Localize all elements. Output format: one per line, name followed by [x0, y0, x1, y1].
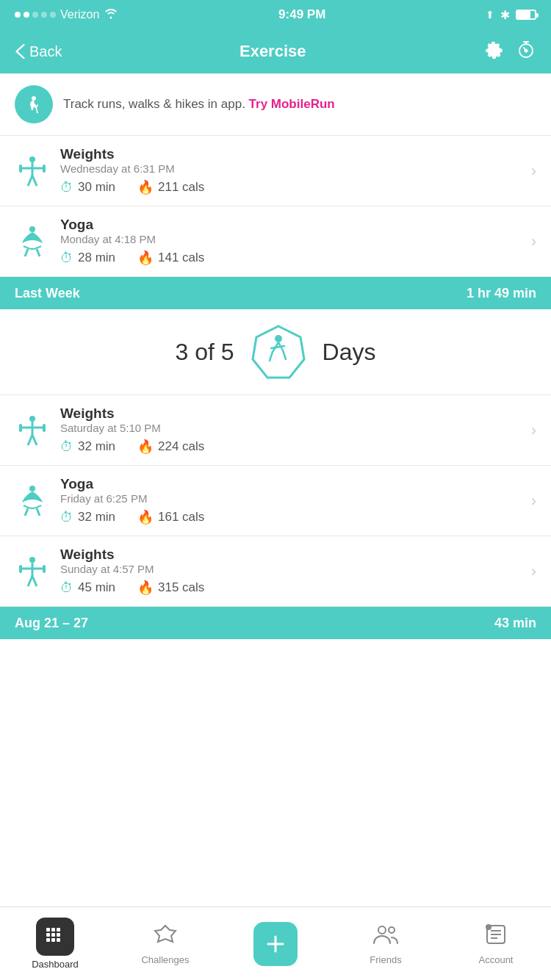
exercise-stats-weights-3: ⏱ 45 min 🔥 315 cals [60, 580, 536, 596]
bluetooth-icon: ✱ [500, 8, 510, 22]
exercise-stats-yoga-2: ⏱ 32 min 🔥 161 cals [60, 509, 536, 525]
svg-marker-13 [253, 326, 304, 378]
nav-item-dashboard[interactable]: Dashboard [0, 907, 110, 980]
goal-section: 3 of 5 Days [0, 309, 551, 395]
duration-stat-yoga-1: ⏱ 28 min [60, 251, 115, 266]
settings-icon[interactable] [483, 39, 504, 64]
exercise-name-weights-2: Weights [60, 406, 536, 422]
yoga-icon-2 [15, 483, 50, 519]
clock-icon-1: ⏱ [60, 180, 73, 195]
svg-point-14 [275, 335, 282, 342]
svg-point-2 [32, 96, 36, 101]
svg-line-28 [28, 576, 32, 586]
nav-bar: Back Exercise [0, 29, 551, 73]
exercise-info-weights-3: Weights Sunday at 4:57 PM ⏱ 45 min 🔥 315… [60, 547, 536, 596]
nav-item-challenges[interactable]: Challenges [110, 907, 220, 980]
exercise-item-yoga-2[interactable]: Yoga Friday at 6:25 PM ⏱ 32 min 🔥 161 ca… [0, 466, 551, 536]
svg-marker-41 [155, 926, 176, 942]
clock-icon-y2: ⏱ [60, 510, 73, 525]
exercise-when-weights-3: Sunday at 4:57 PM [60, 563, 536, 575]
svg-rect-37 [57, 933, 60, 937]
exercise-when-weights-1: Wednesday at 6:31 PM [60, 162, 536, 175]
stopwatch-icon[interactable] [516, 39, 536, 64]
svg-rect-39 [51, 938, 55, 942]
content-area: Track runs, walks & hikes in app. Try Mo… [0, 73, 551, 639]
add-icon [253, 922, 298, 966]
aug-section-header: Aug 21 – 27 43 min [0, 607, 551, 639]
svg-line-29 [32, 576, 37, 586]
carrier-label: Verizon [60, 8, 99, 21]
status-bar: Verizon 9:49 PM ⬆ ✱ [0, 0, 551, 29]
svg-point-10 [29, 226, 35, 232]
exercise-stats-weights-2: ⏱ 32 min 🔥 224 cals [60, 439, 536, 455]
chevron-right-y2: › [531, 491, 536, 511]
last-week-label: Last Week [15, 286, 80, 301]
nav-item-account[interactable]: Account [441, 907, 551, 980]
exercise-name-weights-1: Weights [60, 146, 536, 162]
svg-line-23 [25, 508, 28, 516]
calories-stat-yoga-1: 🔥 141 cals [137, 250, 204, 266]
exercise-info-yoga-1: Yoga Monday at 4:18 PM ⏱ 28 min 🔥 141 ca… [60, 217, 536, 266]
status-right: ⬆ ✱ [486, 8, 536, 22]
svg-point-15 [29, 416, 35, 422]
bottom-nav: Dashboard Challenges Friends [0, 907, 551, 980]
dot-4 [41, 12, 47, 18]
exercise-item-weights-2[interactable]: Weights Saturday at 5:10 PM ⏱ 32 min 🔥 2… [0, 395, 551, 466]
dashboard-icon [36, 918, 74, 956]
goal-achieved: 3 of 5 [176, 339, 234, 366]
dot-3 [32, 12, 38, 18]
exercise-stats-yoga-1: ⏱ 28 min 🔥 141 cals [60, 250, 536, 266]
svg-line-12 [37, 249, 40, 256]
svg-line-11 [25, 249, 28, 256]
svg-point-44 [378, 926, 386, 934]
battery-icon [516, 10, 536, 20]
fire-icon-yoga-1: 🔥 [137, 250, 154, 266]
exercise-item-weights-3[interactable]: Weights Sunday at 4:57 PM ⏱ 45 min 🔥 315… [0, 536, 551, 607]
svg-point-3 [29, 156, 35, 162]
svg-line-18 [28, 435, 32, 445]
status-time: 9:49 PM [278, 7, 325, 22]
dot-5 [50, 12, 56, 18]
weights-icon-2 [15, 413, 50, 448]
back-button[interactable]: Back [15, 43, 62, 60]
back-label: Back [29, 43, 62, 60]
page-title: Exercise [240, 42, 306, 61]
chevron-right-yoga-1: › [531, 232, 536, 251]
goal-days: Days [323, 339, 376, 366]
clock-icon-yoga-1: ⏱ [60, 251, 73, 266]
svg-line-19 [32, 435, 37, 445]
svg-line-7 [32, 176, 37, 186]
exercise-item-weights-1[interactable]: Weights Wednesday at 6:31 PM ⏱ 30 min 🔥 … [0, 136, 551, 206]
exercise-name-weights-3: Weights [60, 547, 536, 563]
svg-point-25 [29, 557, 35, 563]
nav-item-friends[interactable]: Friends [331, 907, 441, 980]
svg-rect-35 [46, 933, 50, 937]
svg-rect-40 [57, 938, 60, 942]
svg-point-1 [525, 50, 527, 52]
weights-icon-3 [15, 554, 50, 589]
clock-icon-w2: ⏱ [60, 439, 73, 455]
challenges-label: Challenges [141, 954, 189, 965]
exercise-item-yoga-1[interactable]: Yoga Monday at 4:18 PM ⏱ 28 min 🔥 141 ca… [0, 206, 551, 277]
svg-line-6 [28, 176, 32, 186]
friends-label: Friends [370, 954, 401, 965]
status-left: Verizon [15, 7, 118, 22]
chevron-right-w3: › [531, 562, 536, 581]
svg-line-24 [37, 508, 40, 516]
svg-rect-36 [51, 933, 55, 937]
weights-icon-1 [15, 154, 50, 189]
svg-rect-32 [46, 928, 50, 932]
dot-2 [24, 12, 29, 18]
chevron-right-w2: › [531, 421, 536, 440]
nav-item-add[interactable] [220, 907, 331, 980]
svg-point-45 [389, 927, 395, 933]
svg-rect-34 [57, 928, 60, 932]
fire-icon-1: 🔥 [137, 179, 154, 195]
wifi-icon [104, 7, 118, 22]
chevron-right-1: › [531, 162, 536, 181]
nav-actions [483, 39, 536, 64]
mobile-run-banner: Track runs, walks & hikes in app. Try Mo… [0, 73, 551, 136]
exercise-info-yoga-2: Yoga Friday at 6:25 PM ⏱ 32 min 🔥 161 ca… [60, 476, 536, 525]
exercise-when-yoga-2: Friday at 6:25 PM [60, 492, 536, 505]
account-label: Account [479, 954, 514, 965]
